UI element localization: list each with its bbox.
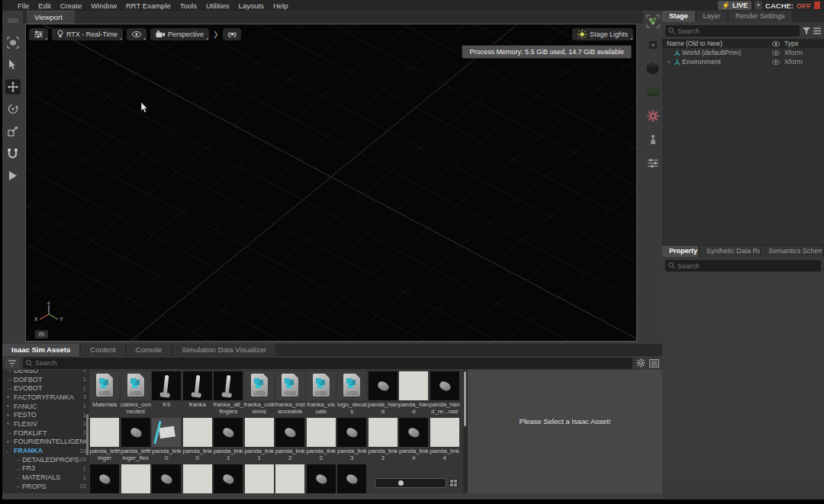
asset-item-materials[interactable]: USDMaterials [89, 370, 121, 416]
tree-item-evobot[interactable]: →EVOBOT1 [2, 384, 89, 393]
asset-item-panda-link1[interactable]: panda_link1 [244, 416, 275, 463]
renderer-dropdown[interactable]: RTX - Real-Time [52, 28, 123, 40]
asset-item[interactable] [89, 463, 121, 493]
asset-item-franka-instanceable[interactable]: USDfranka_instanceable [275, 370, 306, 416]
options-icon[interactable] [813, 27, 821, 34]
tree-item-festo[interactable]: +FESTO1 [2, 410, 89, 419]
asset-item[interactable] [275, 463, 306, 493]
tree-item-denso[interactable]: →DENSO1 [2, 370, 89, 375]
tree-expander[interactable]: → [6, 376, 14, 383]
asset-item-panda-leftfinger[interactable]: panda_leftfinger [89, 416, 121, 463]
frame-select-tool[interactable] [5, 35, 21, 50]
asset-item-franka-collisions[interactable]: USDfranka_collisions [244, 370, 275, 416]
tree-expander[interactable]: + [6, 438, 14, 445]
tree-expander[interactable]: + [6, 403, 14, 409]
slider-knob[interactable] [398, 480, 404, 486]
filter-icon[interactable] [803, 27, 810, 35]
asset-item-panda-link1[interactable]: panda_link1 [213, 416, 244, 463]
live-dropdown-chevron[interactable]: ▼ [755, 1, 762, 10]
view-mode-icon[interactable] [649, 359, 659, 368]
menu-rrt-example[interactable]: RRT Example [121, 2, 175, 10]
viewport-lights-button[interactable]: ((●)) [223, 28, 242, 40]
menu-create[interactable]: Create [56, 2, 87, 10]
tab-isaac-sim-assets[interactable]: Isaac Sim Assets [2, 344, 79, 356]
stage-column-header[interactable]: Name (Old to New) Type [662, 39, 824, 48]
asset-item-panda-link2[interactable]: panda_link2 [306, 416, 337, 463]
asset-item-panda-link0[interactable]: panda_link0 [182, 416, 214, 463]
asset-item-franka-alt-fingers[interactable]: franka_alt_fingers [213, 370, 244, 416]
close-box-icon[interactable] [646, 38, 660, 52]
asset-item-cables-connected[interactable]: USDcables_connected [121, 370, 152, 416]
physics-gear-icon[interactable] [646, 109, 660, 123]
adjust-sliders-icon[interactable] [646, 156, 660, 170]
grip-handle[interactable] [5, 13, 21, 28]
tab-semantics-schem[interactable]: Semantics Schem... [761, 246, 822, 257]
tree-expander[interactable]: + [6, 420, 14, 427]
snap-tool[interactable] [5, 146, 21, 161]
asset-item-panda-link3[interactable]: panda_link3 [336, 416, 368, 463]
asset-item-panda-hand-re-nse[interactable]: panda_hand_re...nse [430, 370, 461, 416]
select-tool[interactable] [5, 57, 21, 72]
tree-item-detailedprops[interactable]: →DETAILEDPROPS15 [2, 455, 89, 464]
asset-item[interactable] [336, 463, 368, 493]
tab-console[interactable]: Console [127, 344, 172, 356]
property-search-input[interactable] [665, 260, 821, 271]
tree-expander[interactable]: → [14, 474, 22, 481]
tree-item-dofbot[interactable]: →DOFBOT1 [2, 375, 89, 384]
tree-expander[interactable]: → [6, 385, 14, 392]
menu-utilities[interactable]: Utilities [201, 2, 234, 10]
tree-item-flexiv[interactable]: +FLEXIV1 [2, 419, 89, 429]
tree-item-forklift[interactable]: →FORKLIFT1 [2, 429, 89, 438]
row-expander[interactable]: + [665, 59, 672, 66]
tab-synthetic-data-re[interactable]: Synthetic Data Re... [700, 246, 761, 257]
asset-item-panda-link4[interactable]: panda_link4 [398, 416, 430, 463]
tab-render-settings[interactable]: Render Settings [729, 11, 792, 22]
asset-item[interactable] [244, 463, 275, 493]
visibility-eye-icon[interactable] [768, 59, 784, 65]
tree-scrollbar[interactable] [86, 414, 89, 455]
scale-tool[interactable] [5, 124, 21, 139]
cylinder-icon[interactable] [646, 85, 660, 99]
tab-property[interactable]: Property [662, 246, 698, 257]
column-type[interactable]: Type [784, 40, 824, 47]
tab-content[interactable]: Content [81, 344, 124, 356]
tree-item-props[interactable]: →PROPS15 [2, 482, 89, 491]
assets-search-input[interactable] [23, 358, 632, 369]
asset-item[interactable] [182, 463, 214, 493]
axis-gizmo[interactable]: Z X Y [32, 301, 66, 327]
asset-item-panda-hand[interactable]: panda_hand [368, 370, 399, 416]
camera-dropdown[interactable]: Perspective [150, 28, 209, 40]
asset-item-franka-visuals[interactable]: USDfranka_visuals [306, 370, 337, 416]
visibility-eye-icon[interactable] [768, 50, 784, 56]
tree-expander[interactable]: → [6, 370, 14, 374]
prim-name[interactable]: World (defaultPrim) [682, 49, 768, 56]
asset-item[interactable] [306, 463, 337, 493]
menu-tools[interactable]: Tools [175, 2, 201, 10]
gear-icon[interactable] [636, 358, 645, 368]
cache-icon[interactable] [814, 2, 820, 9]
tree-item-fourierintelligenc[interactable]: +FOURIERINTELLIGENC [2, 438, 89, 447]
play-button[interactable] [5, 168, 21, 183]
asset-item-logo-decals[interactable]: USDlogo_decals [336, 370, 368, 416]
tree-expander[interactable]: + [6, 393, 14, 400]
tree-item-fanuc[interactable]: +FANUC1 [2, 402, 89, 411]
move-tool[interactable] [5, 79, 21, 95]
unit-badge[interactable]: m [35, 330, 48, 339]
stage-row-environment[interactable]: +EnvironmentXform [662, 57, 824, 66]
menu-edit[interactable]: Edit [34, 2, 55, 10]
tab-simulation-data-visualizer[interactable]: Simulation Data Visualizer [172, 344, 275, 356]
menu-help[interactable]: Help [269, 2, 293, 10]
live-button[interactable]: ⚡ LIVE [718, 1, 752, 10]
column-name[interactable]: Name (Old to New) [667, 40, 768, 47]
asset-grid-scrollbar[interactable] [463, 370, 467, 493]
visibility-button[interactable] [127, 28, 146, 40]
asset-item[interactable] [213, 463, 244, 493]
tree-item-materials[interactable]: →MATERIALS1 [2, 473, 89, 482]
isaac-assets-icon[interactable] [646, 14, 660, 28]
tree-expander[interactable]: - [6, 448, 14, 454]
stage-search-input[interactable] [665, 25, 800, 37]
asset-item-panda-link2[interactable]: panda_link2 [275, 416, 306, 463]
tab-viewport[interactable]: Viewport [27, 11, 75, 24]
tree-item-franka[interactable]: -FRANKA33 [2, 446, 89, 455]
rotate-tool[interactable] [5, 101, 21, 117]
